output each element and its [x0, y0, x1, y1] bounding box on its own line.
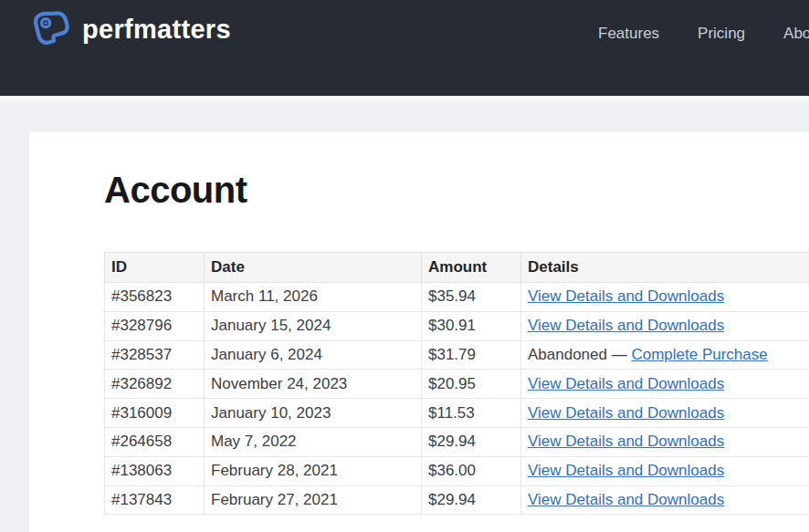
order-id-cell: #328537	[105, 340, 205, 370]
account-card: Account ID Date Amount Details #356823Ma…	[29, 132, 809, 532]
order-amount-cell: $36.00	[422, 456, 521, 485]
order-details-cell: View Details and Downloads	[521, 427, 809, 456]
table-row: #138063February 28, 2021$36.00View Detai…	[105, 456, 809, 485]
order-details-link[interactable]: View Details and Downloads	[528, 404, 724, 422]
order-date-cell: January 10, 2023	[205, 399, 422, 428]
order-amount-cell: $30.91	[422, 311, 521, 340]
table-row: #137843February 27, 2021$29.94View Detai…	[105, 485, 809, 515]
order-details-cell: View Details and Downloads	[521, 311, 809, 340]
column-header-date: Date	[205, 253, 422, 283]
order-amount-cell: $35.94	[422, 283, 521, 312]
order-date-cell: February 28, 2021	[205, 456, 422, 485]
order-amount-cell: $31.79	[422, 340, 521, 370]
nav-features[interactable]: Features	[598, 25, 659, 43]
nav-pricing[interactable]: Pricing	[698, 25, 745, 43]
order-id-cell: #316009	[105, 399, 205, 428]
order-id-cell: #356823	[105, 283, 205, 312]
order-id-cell: #264658	[105, 427, 205, 456]
orders-table-head: ID Date Amount Details	[105, 253, 809, 283]
order-status-text: Abandoned —	[528, 346, 631, 363]
orders-table: ID Date Amount Details #356823March 11, …	[104, 252, 809, 515]
order-details-cell: View Details and Downloads	[521, 485, 809, 515]
order-id-cell: #326892	[105, 370, 205, 399]
order-amount-cell: $29.94	[422, 427, 521, 456]
order-id-cell: #328796	[105, 311, 205, 340]
order-date-cell: February 27, 2021	[205, 485, 422, 515]
order-details-link[interactable]: Complete Purchase	[631, 346, 767, 363]
orders-tbody: #356823March 11, 2026$35.94View Details …	[105, 283, 809, 515]
nav-about[interactable]: About	[783, 25, 809, 43]
order-id-cell: #138063	[105, 456, 205, 485]
order-date-cell: November 24, 2023	[205, 370, 422, 399]
order-details-cell: View Details and Downloads	[521, 399, 809, 428]
page: perfmatters Features Pricing About Accou…	[0, 0, 809, 532]
column-header-id: ID	[105, 253, 205, 283]
main-nav: Features Pricing About	[598, 25, 809, 43]
order-details-link[interactable]: View Details and Downloads	[528, 375, 724, 392]
column-header-details: Details	[521, 253, 809, 283]
order-date-cell: January 6, 2024	[205, 340, 422, 370]
order-details-link[interactable]: View Details and Downloads	[528, 462, 724, 479]
order-details-link[interactable]: View Details and Downloads	[528, 433, 724, 450]
order-date-cell: January 15, 2024	[205, 311, 422, 340]
order-details-cell: Abandoned — Complete Purchase	[521, 340, 809, 370]
order-amount-cell: $20.95	[422, 370, 521, 399]
order-amount-cell: $11.53	[422, 399, 521, 428]
brand-name: perfmatters	[82, 7, 231, 51]
table-row: #326892November 24, 2023$20.95View Detai…	[105, 370, 809, 399]
table-row: #264658May 7, 2022$29.94View Details and…	[105, 427, 809, 456]
table-row: #316009January 10, 2023$11.53View Detail…	[105, 399, 809, 428]
order-details-cell: View Details and Downloads	[521, 456, 809, 485]
order-amount-cell: $29.94	[422, 485, 521, 515]
column-header-amount: Amount	[422, 253, 521, 283]
order-details-link[interactable]: View Details and Downloads	[528, 287, 724, 305]
page-title: Account	[104, 169, 247, 211]
order-details-cell: View Details and Downloads	[521, 283, 809, 312]
order-id-cell: #137843	[105, 485, 205, 515]
orders-header-row: ID Date Amount Details	[105, 253, 809, 283]
perfmatters-logo-icon	[30, 8, 73, 51]
order-date-cell: May 7, 2022	[205, 427, 422, 456]
order-details-link[interactable]: View Details and Downloads	[528, 317, 724, 334]
order-details-link[interactable]: View Details and Downloads	[528, 491, 724, 508]
order-date-cell: March 11, 2026	[205, 283, 422, 312]
header-shadow	[0, 96, 809, 105]
table-row: #328796January 15, 2024$30.91View Detail…	[105, 311, 809, 340]
brand-logo[interactable]: perfmatters	[30, 7, 231, 51]
table-row: #328537January 6, 2024$31.79Abandoned — …	[105, 340, 809, 370]
site-header: perfmatters Features Pricing About	[0, 0, 809, 96]
order-details-cell: View Details and Downloads	[521, 370, 809, 399]
table-row: #356823March 11, 2026$35.94View Details …	[105, 283, 809, 312]
